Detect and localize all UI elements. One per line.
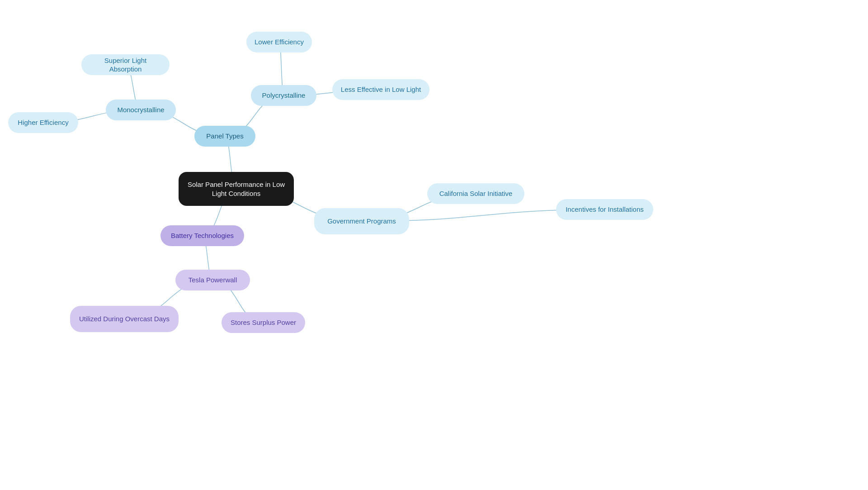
node-lower_efficiency: Lower Efficiency xyxy=(246,32,312,52)
node-center: Solar Panel Performance in Low Light Con… xyxy=(179,172,294,206)
node-polycrystalline: Polycrystalline xyxy=(251,85,316,106)
node-label-battery_tech: Battery Technologies xyxy=(171,231,234,240)
node-panel_types: Panel Types xyxy=(194,126,255,147)
node-battery_tech: Battery Technologies xyxy=(160,225,244,246)
node-label-monocrystalline: Monocrystalline xyxy=(117,105,164,114)
node-less_effective: Less Effective in Low Light xyxy=(332,79,429,100)
node-label-superior_light: Superior Light Absorption xyxy=(90,56,161,74)
node-higher_efficiency: Higher Efficiency xyxy=(8,112,78,133)
node-superior_light: Superior Light Absorption xyxy=(81,54,170,75)
node-label-california_solar: California Solar Initiative xyxy=(439,189,513,198)
node-incentives: Incentives for Installations xyxy=(556,199,653,220)
node-label-government_programs: Government Programs xyxy=(327,217,396,226)
node-label-panel_types: Panel Types xyxy=(206,132,243,141)
node-utilized_overcast: Utilized During Overcast Days xyxy=(70,306,179,332)
node-label-tesla_powerwall: Tesla Powerwall xyxy=(189,276,237,285)
node-label-polycrystalline: Polycrystalline xyxy=(262,91,306,100)
node-california_solar: California Solar Initiative xyxy=(427,183,524,204)
node-label-less_effective: Less Effective in Low Light xyxy=(341,85,421,94)
node-label-lower_efficiency: Lower Efficiency xyxy=(255,38,304,47)
node-stores_surplus: Stores Surplus Power xyxy=(222,312,305,333)
node-government_programs: Government Programs xyxy=(314,208,409,234)
node-monocrystalline: Monocrystalline xyxy=(106,100,176,120)
node-label-stores_surplus: Stores Surplus Power xyxy=(231,318,296,327)
node-label-center: Solar Panel Performance in Low Light Con… xyxy=(187,180,286,198)
node-label-incentives: Incentives for Installations xyxy=(566,205,644,214)
node-tesla_powerwall: Tesla Powerwall xyxy=(175,270,250,290)
node-label-higher_efficiency: Higher Efficiency xyxy=(18,118,68,127)
node-label-utilized_overcast: Utilized During Overcast Days xyxy=(79,314,170,323)
